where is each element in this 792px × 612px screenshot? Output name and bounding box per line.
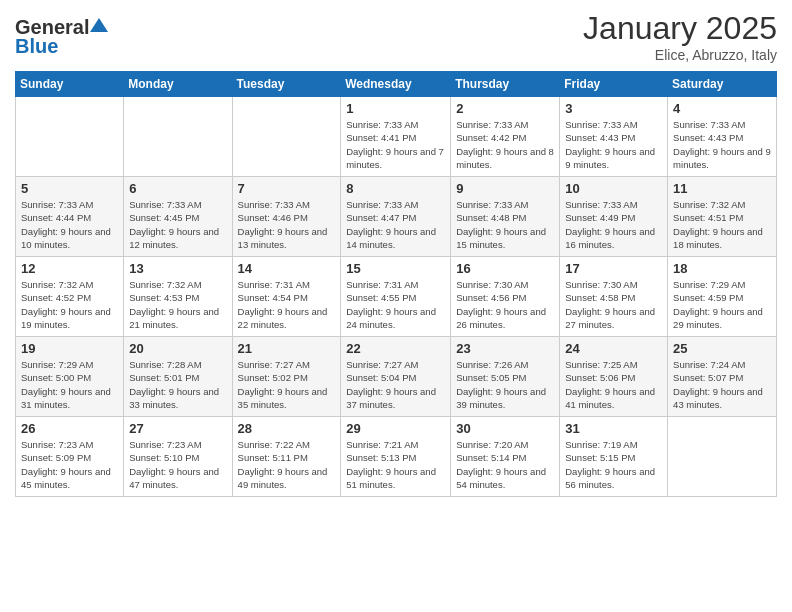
day-info: Sunrise: 7:28 AMSunset: 5:01 PMDaylight:… [129,358,226,411]
title-section: January 2025 Elice, Abruzzo, Italy [583,10,777,63]
weekday-header: Sunday [16,72,124,97]
calendar-cell [232,97,341,177]
logo: General Blue [15,16,108,58]
day-number: 4 [673,101,771,116]
logo-triangle-icon [90,16,108,34]
day-number: 24 [565,341,662,356]
calendar-cell: 2Sunrise: 7:33 AMSunset: 4:42 PMDaylight… [451,97,560,177]
calendar-week-row: 5Sunrise: 7:33 AMSunset: 4:44 PMDaylight… [16,177,777,257]
location: Elice, Abruzzo, Italy [583,47,777,63]
day-info: Sunrise: 7:31 AMSunset: 4:55 PMDaylight:… [346,278,445,331]
day-info: Sunrise: 7:21 AMSunset: 5:13 PMDaylight:… [346,438,445,491]
weekday-header: Tuesday [232,72,341,97]
calendar-cell: 20Sunrise: 7:28 AMSunset: 5:01 PMDayligh… [124,337,232,417]
day-info: Sunrise: 7:32 AMSunset: 4:52 PMDaylight:… [21,278,118,331]
calendar-cell: 3Sunrise: 7:33 AMSunset: 4:43 PMDaylight… [560,97,668,177]
page-container: General Blue January 2025 Elice, Abruzzo… [0,0,792,507]
day-info: Sunrise: 7:23 AMSunset: 5:09 PMDaylight:… [21,438,118,491]
day-info: Sunrise: 7:24 AMSunset: 5:07 PMDaylight:… [673,358,771,411]
calendar-cell: 28Sunrise: 7:22 AMSunset: 5:11 PMDayligh… [232,417,341,497]
day-number: 13 [129,261,226,276]
calendar-cell: 27Sunrise: 7:23 AMSunset: 5:10 PMDayligh… [124,417,232,497]
calendar-cell: 30Sunrise: 7:20 AMSunset: 5:14 PMDayligh… [451,417,560,497]
day-number: 21 [238,341,336,356]
calendar-cell: 6Sunrise: 7:33 AMSunset: 4:45 PMDaylight… [124,177,232,257]
day-info: Sunrise: 7:26 AMSunset: 5:05 PMDaylight:… [456,358,554,411]
day-number: 2 [456,101,554,116]
svg-marker-0 [90,18,108,32]
calendar-cell: 24Sunrise: 7:25 AMSunset: 5:06 PMDayligh… [560,337,668,417]
day-number: 8 [346,181,445,196]
day-info: Sunrise: 7:20 AMSunset: 5:14 PMDaylight:… [456,438,554,491]
calendar-cell: 1Sunrise: 7:33 AMSunset: 4:41 PMDaylight… [341,97,451,177]
calendar-cell [668,417,777,497]
day-number: 25 [673,341,771,356]
day-number: 15 [346,261,445,276]
day-info: Sunrise: 7:29 AMSunset: 5:00 PMDaylight:… [21,358,118,411]
day-info: Sunrise: 7:33 AMSunset: 4:41 PMDaylight:… [346,118,445,171]
day-info: Sunrise: 7:33 AMSunset: 4:42 PMDaylight:… [456,118,554,171]
calendar-cell: 4Sunrise: 7:33 AMSunset: 4:43 PMDaylight… [668,97,777,177]
day-number: 19 [21,341,118,356]
calendar-cell: 19Sunrise: 7:29 AMSunset: 5:00 PMDayligh… [16,337,124,417]
calendar-cell: 26Sunrise: 7:23 AMSunset: 5:09 PMDayligh… [16,417,124,497]
day-info: Sunrise: 7:33 AMSunset: 4:44 PMDaylight:… [21,198,118,251]
calendar-cell: 15Sunrise: 7:31 AMSunset: 4:55 PMDayligh… [341,257,451,337]
weekday-header: Friday [560,72,668,97]
calendar-cell: 9Sunrise: 7:33 AMSunset: 4:48 PMDaylight… [451,177,560,257]
day-info: Sunrise: 7:31 AMSunset: 4:54 PMDaylight:… [238,278,336,331]
day-number: 29 [346,421,445,436]
calendar-cell: 12Sunrise: 7:32 AMSunset: 4:52 PMDayligh… [16,257,124,337]
day-number: 17 [565,261,662,276]
day-info: Sunrise: 7:33 AMSunset: 4:45 PMDaylight:… [129,198,226,251]
calendar-cell: 31Sunrise: 7:19 AMSunset: 5:15 PMDayligh… [560,417,668,497]
logo-blue: Blue [15,35,58,58]
day-number: 31 [565,421,662,436]
day-number: 11 [673,181,771,196]
day-info: Sunrise: 7:32 AMSunset: 4:51 PMDaylight:… [673,198,771,251]
day-info: Sunrise: 7:30 AMSunset: 4:56 PMDaylight:… [456,278,554,331]
day-number: 5 [21,181,118,196]
page-header: General Blue January 2025 Elice, Abruzzo… [15,10,777,63]
day-info: Sunrise: 7:29 AMSunset: 4:59 PMDaylight:… [673,278,771,331]
calendar-cell: 14Sunrise: 7:31 AMSunset: 4:54 PMDayligh… [232,257,341,337]
calendar-cell [16,97,124,177]
day-info: Sunrise: 7:33 AMSunset: 4:49 PMDaylight:… [565,198,662,251]
day-number: 16 [456,261,554,276]
day-info: Sunrise: 7:33 AMSunset: 4:43 PMDaylight:… [565,118,662,171]
calendar-cell: 5Sunrise: 7:33 AMSunset: 4:44 PMDaylight… [16,177,124,257]
calendar-week-row: 26Sunrise: 7:23 AMSunset: 5:09 PMDayligh… [16,417,777,497]
day-number: 3 [565,101,662,116]
day-info: Sunrise: 7:27 AMSunset: 5:04 PMDaylight:… [346,358,445,411]
calendar-cell: 8Sunrise: 7:33 AMSunset: 4:47 PMDaylight… [341,177,451,257]
day-number: 10 [565,181,662,196]
calendar-cell: 10Sunrise: 7:33 AMSunset: 4:49 PMDayligh… [560,177,668,257]
calendar-table: SundayMondayTuesdayWednesdayThursdayFrid… [15,71,777,497]
calendar-cell: 17Sunrise: 7:30 AMSunset: 4:58 PMDayligh… [560,257,668,337]
day-number: 9 [456,181,554,196]
weekday-header: Monday [124,72,232,97]
day-info: Sunrise: 7:27 AMSunset: 5:02 PMDaylight:… [238,358,336,411]
calendar-cell: 18Sunrise: 7:29 AMSunset: 4:59 PMDayligh… [668,257,777,337]
day-number: 18 [673,261,771,276]
day-info: Sunrise: 7:33 AMSunset: 4:48 PMDaylight:… [456,198,554,251]
calendar-week-row: 19Sunrise: 7:29 AMSunset: 5:00 PMDayligh… [16,337,777,417]
day-number: 28 [238,421,336,436]
day-info: Sunrise: 7:22 AMSunset: 5:11 PMDaylight:… [238,438,336,491]
day-number: 12 [21,261,118,276]
calendar-cell: 25Sunrise: 7:24 AMSunset: 5:07 PMDayligh… [668,337,777,417]
calendar-cell [124,97,232,177]
day-number: 1 [346,101,445,116]
day-info: Sunrise: 7:30 AMSunset: 4:58 PMDaylight:… [565,278,662,331]
calendar-cell: 16Sunrise: 7:30 AMSunset: 4:56 PMDayligh… [451,257,560,337]
calendar-cell: 7Sunrise: 7:33 AMSunset: 4:46 PMDaylight… [232,177,341,257]
day-number: 23 [456,341,554,356]
day-info: Sunrise: 7:25 AMSunset: 5:06 PMDaylight:… [565,358,662,411]
day-number: 26 [21,421,118,436]
day-info: Sunrise: 7:33 AMSunset: 4:47 PMDaylight:… [346,198,445,251]
calendar-week-row: 1Sunrise: 7:33 AMSunset: 4:41 PMDaylight… [16,97,777,177]
day-number: 20 [129,341,226,356]
day-info: Sunrise: 7:23 AMSunset: 5:10 PMDaylight:… [129,438,226,491]
day-number: 14 [238,261,336,276]
calendar-header-row: SundayMondayTuesdayWednesdayThursdayFrid… [16,72,777,97]
